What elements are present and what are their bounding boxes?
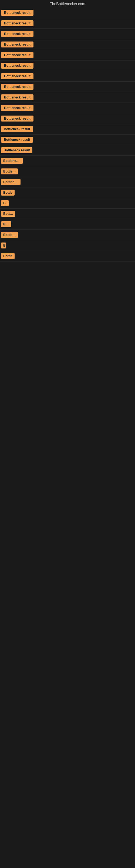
list-item: Bottleneck result — [0, 18, 135, 29]
bottleneck-result-button[interactable]: Bottleneck result — [1, 84, 34, 90]
list-item: Bottle — [0, 187, 135, 198]
bottleneck-result-button[interactable]: Bottleneck — [1, 179, 20, 185]
list-item: Bottleneck r — [0, 156, 135, 166]
bottleneck-result-button[interactable]: Bottleneck r — [1, 158, 23, 164]
list-item: Bottleneck result — [0, 103, 135, 113]
bottleneck-result-button[interactable]: Bottleneck result — [1, 147, 32, 153]
bottleneck-result-button[interactable]: Bottleneck result — [1, 126, 33, 132]
bottleneck-result-button[interactable]: Bottleneck result — [1, 105, 34, 111]
bottleneck-result-button[interactable]: Bottleneck result — [1, 63, 34, 69]
bottleneck-result-button[interactable]: Bottle — [1, 190, 14, 195]
list-item: Bo — [0, 198, 135, 209]
bottleneck-result-button[interactable]: Bottle — [1, 253, 14, 259]
bottleneck-result-button[interactable]: Bottleneck result — [1, 73, 34, 79]
bottleneck-result-button[interactable]: B — [1, 243, 6, 248]
spacer — [0, 261, 135, 861]
list-item: Bottleneck result — [0, 8, 135, 18]
list-item: Bottleneck result — [0, 50, 135, 61]
list-item: Bottlene — [0, 230, 135, 240]
list-item: Bottleneck result — [0, 145, 135, 156]
bottleneck-result-button[interactable]: Bottleneck result — [1, 20, 34, 26]
bottleneck-result-button[interactable]: Bott — [1, 221, 11, 227]
list-item: Bottleneck result — [0, 113, 135, 124]
list-item: Bottle — [0, 251, 135, 261]
bottleneck-result-button[interactable]: Bottleneck result — [1, 31, 34, 37]
list-item: Bottleneck result — [0, 39, 135, 50]
site-title: TheBottlenecker.com — [0, 0, 135, 8]
list-item: Bottler — [0, 209, 135, 219]
list-item: Bottleneck result — [0, 124, 135, 134]
list-item: B — [0, 240, 135, 251]
bottleneck-result-button[interactable]: Bottlene — [1, 168, 18, 175]
bottleneck-result-button[interactable]: Bottlene — [1, 232, 18, 238]
bottleneck-result-button[interactable]: Bottleneck result — [1, 116, 34, 122]
list-item: Bottleneck result — [0, 92, 135, 103]
list-item: Bott — [0, 219, 135, 230]
bottleneck-result-button[interactable]: Bottleneck result — [1, 41, 34, 48]
list-item: Bottleneck result — [0, 71, 135, 82]
list-item: Bottleneck result — [0, 61, 135, 71]
bottleneck-result-button[interactable]: Bottleneck result — [1, 137, 33, 143]
bottleneck-result-button[interactable]: Bo — [1, 200, 9, 206]
bottleneck-result-button[interactable]: Bottler — [1, 211, 15, 217]
list-item: Bottleneck result — [0, 134, 135, 145]
list-item: Bottleneck result — [0, 82, 135, 92]
list-item: Bottlene — [0, 166, 135, 177]
list-item: Bottleneck result — [0, 29, 135, 39]
bottleneck-result-button[interactable]: Bottleneck result — [1, 10, 34, 16]
bottleneck-result-button[interactable]: Bottleneck result — [1, 52, 34, 58]
bottleneck-result-button[interactable]: Bottleneck result — [1, 94, 34, 100]
list-item: Bottleneck — [0, 177, 135, 187]
